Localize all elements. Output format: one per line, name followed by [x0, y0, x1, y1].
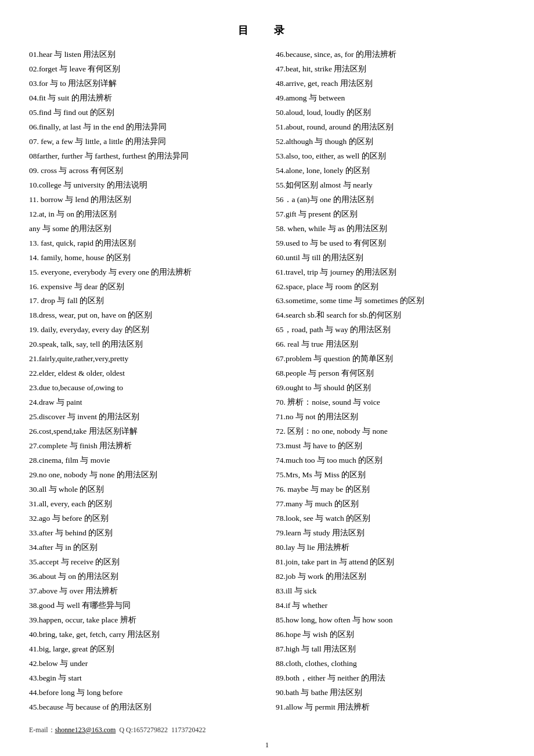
list-item: 22.elder, eldest & older, oldest [29, 366, 258, 381]
list-item: 46.because, since, as, for 的用法辨析 [276, 48, 505, 62]
list-item: 72. 区别：no one, nobody 与 none [276, 424, 505, 439]
list-item: 90.bath 与 bathe 用法区别 [276, 686, 505, 700]
list-item: 84.if 与 whether [276, 599, 505, 613]
list-item: 52.although 与 though 的区别 [276, 135, 505, 149]
list-item: 64.search sb.和 search for sb.的何区别 [276, 308, 505, 323]
list-item: 74.much too 与 too much 的区别 [276, 453, 505, 468]
list-item: 15. everyone, everybody 与 every one 的用法辨… [29, 265, 258, 280]
list-item: 44.before long 与 long before [29, 686, 258, 700]
list-item: 23.due to,because of,owing to [29, 381, 258, 395]
list-item: 01.hear 与 listen 用法区别 [29, 48, 258, 62]
list-item: 57.gift 与 present 的区别 [276, 207, 505, 222]
footer: E-mail：shonne123@163.com Q Q:1657279822 … [29, 725, 505, 735]
list-item: 82.job 与 work 的用法区别 [276, 570, 505, 584]
list-item: 39.happen, occur, take place 辨析 [29, 613, 258, 628]
list-item: 65，road, path 与 way 的用法区别 [276, 323, 505, 337]
list-item: 71.no 与 not 的用法区别 [276, 410, 505, 424]
list-item: 30.all 与 whole 的区别 [29, 483, 258, 497]
list-item: 53.also, too, either, as well 的区别 [276, 149, 505, 164]
list-item: 77.many 与 much 的区别 [276, 497, 505, 512]
list-item: 03.for 与 to 用法区别详解 [29, 77, 258, 91]
list-item: 56．a (an)与 one 的用法区别 [276, 193, 505, 207]
list-item: 62.space, place 与 room 的区别 [276, 280, 505, 294]
list-item: 28.cinema, film 与 movie [29, 453, 258, 468]
list-item: 09. cross 与 across 有何区别 [29, 164, 258, 178]
list-item: 36.about 与 on 的用法区别 [29, 570, 258, 584]
list-item: 12.at, in 与 on 的用法区别 [29, 207, 258, 222]
list-item: 54.alone, lone, lonely 的区别 [276, 164, 505, 178]
page-number: 1 [29, 741, 505, 750]
list-item: 16. expensive 与 dear 的区别 [29, 280, 258, 294]
left-column: 01.hear 与 listen 用法区别02.forget 与 leave 有… [29, 48, 270, 715]
list-item: 73.must 与 have to 的区别 [276, 439, 505, 453]
list-item: 45.because 与 because of 的用法区别 [29, 700, 258, 715]
extra-qq: 1173720422 [171, 726, 206, 734]
list-item: 66. real 与 true 用法区别 [276, 337, 505, 352]
list-item: 67.problem 与 question 的简单区别 [276, 352, 505, 366]
list-item: 89.both，either 与 neither 的用法 [276, 671, 505, 686]
list-item: 55.如何区别 almost 与 nearly [276, 178, 505, 193]
list-item: 59.used to 与 be used to 有何区别 [276, 236, 505, 251]
list-item: 35.accept 与 receive 的区别 [29, 555, 258, 570]
list-item: 68.people 与 person 有何区别 [276, 366, 505, 381]
list-item: 87.high 与 tall 用法区别 [276, 642, 505, 657]
list-item: 75.Mrs, Ms 与 Miss 的区别 [276, 468, 505, 483]
list-item: 25.discover 与 invent 的用法区别 [29, 410, 258, 424]
list-item: 58. when, while 与 as 的用法区别 [276, 222, 505, 236]
list-item: 10.college 与 university 的用法说明 [29, 178, 258, 193]
right-column: 46.because, since, as, for 的用法辨析47.beat,… [270, 48, 505, 715]
page-title: 目 录 [29, 23, 505, 37]
list-item: 85.how long, how often 与 how soon [276, 613, 505, 628]
list-item: 78.look, see 与 watch 的区别 [276, 512, 505, 526]
list-item: 06.finally, at last 与 in the end 的用法异同 [29, 120, 258, 135]
list-item: 11. borrow 与 lend 的用法区别 [29, 193, 258, 207]
list-item: 41.big, large, great 的区别 [29, 642, 258, 657]
list-item: 26.cost,spend,take 用法区别详解 [29, 424, 258, 439]
list-item: 38.good 与 well 有哪些异与同 [29, 599, 258, 613]
list-item: 83.ill 与 sick [276, 584, 505, 599]
list-item: 20.speak, talk, say, tell 的用法区别 [29, 337, 258, 352]
list-item: 04.fit 与 suit 的用法辨析 [29, 91, 258, 106]
qq-label: Q Q:1657279822 [119, 726, 168, 734]
list-item: 70. 辨析：noise, sound 与 voice [276, 395, 505, 410]
list-item: 18.dress, wear, put on, have on 的区别 [29, 308, 258, 323]
list-item: 05.find 与 find out 的区别 [29, 106, 258, 120]
list-item: 69.ought to 与 should 的区别 [276, 381, 505, 395]
list-item: 02.forget 与 leave 有何区别 [29, 62, 258, 77]
list-item: 79.learn 与 study 用法区别 [276, 526, 505, 541]
list-item: 51.about, round, around 的用法区别 [276, 120, 505, 135]
list-item: 40.bring, take, get, fetch, carry 用法区别 [29, 628, 258, 642]
list-item: 24.draw 与 paint [29, 395, 258, 410]
list-item: 50.aloud, loud, loudly 的区别 [276, 106, 505, 120]
list-item: 48.arrive, get, reach 用法区别 [276, 77, 505, 91]
list-item: 42.below 与 under [29, 657, 258, 671]
list-item: 80.lay 与 lie 用法辨析 [276, 541, 505, 555]
list-item: 32.ago 与 before 的区别 [29, 512, 258, 526]
list-item: 88.cloth, clothes, clothing [276, 657, 505, 671]
list-item: 43.begin 与 start [29, 671, 258, 686]
list-item: 27.complete 与 finish 用法辨析 [29, 439, 258, 453]
list-item: any 与 some 的用法区别 [29, 222, 258, 236]
list-item: 19. daily, everyday, every day 的区别 [29, 323, 258, 337]
email-label: E-mail： [29, 726, 55, 734]
list-item: 86.hope 与 wish 的区别 [276, 628, 505, 642]
list-item: 07. few, a few 与 little, a little 的用法异同 [29, 135, 258, 149]
list-item: 61.travel, trip 与 journey 的用法区别 [276, 265, 505, 280]
list-item: 49.among 与 between [276, 91, 505, 106]
list-item: 33.after 与 behind 的区别 [29, 526, 258, 541]
list-item: 14. family, home, house 的区别 [29, 251, 258, 265]
list-item: 81.join, take part in 与 attend 的区别 [276, 555, 505, 570]
list-item: 21.fairly,quite,rather,very,pretty [29, 352, 258, 366]
list-item: 63.sometime, some time 与 sometimes 的区别 [276, 294, 505, 308]
list-item: 29.no one, nobody 与 none 的用法区别 [29, 468, 258, 483]
list-item: 60.until 与 till 的用法区别 [276, 251, 505, 265]
list-item: 34.after 与 in 的区别 [29, 541, 258, 555]
list-item: 91.allow 与 permit 用法辨析 [276, 700, 505, 715]
list-item: 13. fast, quick, rapid 的用法区别 [29, 236, 258, 251]
list-item: 31.all, every, each 的区别 [29, 497, 258, 512]
list-item: 47.beat, hit, strike 用法区别 [276, 62, 505, 77]
list-item: 76. maybe 与 may be 的区别 [276, 483, 505, 497]
list-item: 17. drop 与 fall 的区别 [29, 294, 258, 308]
list-item: 37.above 与 over 用法辨析 [29, 584, 258, 599]
email-link[interactable]: shonne123@163.com [55, 726, 116, 734]
